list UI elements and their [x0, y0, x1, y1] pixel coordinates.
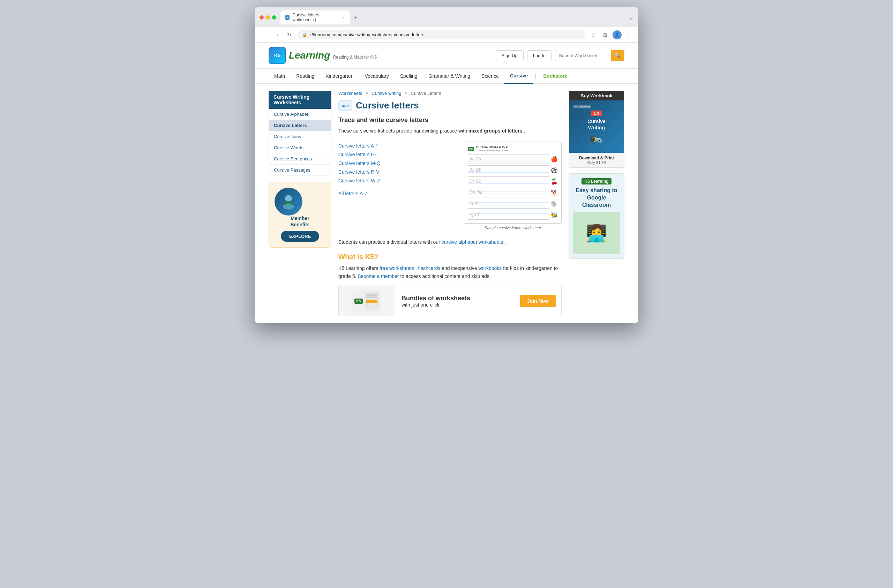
breadcrumb-worksheets[interactable]: Worksheets: [338, 91, 362, 96]
worksheet-row: Ee Ee 🐘: [468, 199, 558, 209]
tab-close-button[interactable]: ×: [341, 15, 345, 20]
nav-item-spelling[interactable]: Spelling: [394, 69, 423, 83]
active-tab[interactable]: K Cursive letters worksheets | ×: [280, 11, 350, 24]
nav-item-kindergarten[interactable]: Kindergarten: [320, 69, 359, 83]
worksheet-row: Aa Aa 🍎: [468, 154, 558, 164]
workbook-grade: 1-3: [591, 111, 602, 116]
cursive-line-e: Ee Ee: [468, 199, 549, 209]
breadcrumb-cursive-writing[interactable]: Cursive writing: [371, 91, 401, 96]
search-input[interactable]: [555, 51, 611, 61]
nav-item-science[interactable]: Science: [476, 69, 504, 83]
traffic-lights: [260, 15, 276, 20]
extension-icon[interactable]: ⊞: [601, 30, 610, 39]
row-icon-d: 🐕: [551, 189, 558, 196]
ad-k5-logo: K5: [352, 289, 382, 313]
breadcrumb-current: Cursive Letters: [410, 91, 441, 96]
worksheet-row: Cc Cc 🍒: [468, 176, 558, 186]
right-ad: K5 Learning Easy sharing to Google Class…: [568, 173, 624, 259]
nav-item-vocabulary[interactable]: Vocabulary: [359, 69, 394, 83]
worksheet-links-list: Cursive letters A-F Cursive letters G-L …: [338, 141, 454, 230]
worksheet-subtitle-small: Trace and write the letters.: [476, 149, 509, 152]
minimize-window-button[interactable]: [266, 15, 270, 20]
lock-icon: 🔒: [302, 32, 307, 37]
k5-small-logo: K5: [468, 147, 474, 151]
ad-image-area: K5: [339, 286, 394, 316]
workbook-price-detail: Only $1.79: [572, 161, 621, 165]
explore-button[interactable]: EXPLORE: [281, 231, 319, 242]
sidebar-item-letters[interactable]: Cursive Letters: [269, 120, 331, 131]
page-title: Cursive letters: [356, 100, 419, 111]
link-gl[interactable]: Cursive letters G-L: [338, 150, 454, 159]
refresh-button[interactable]: ↻: [285, 30, 294, 39]
main-content: Worksheets > Cursive writing > Cursive L…: [338, 91, 562, 316]
free-worksheets-link[interactable]: free worksheets: [380, 265, 414, 271]
forward-button[interactable]: →: [272, 30, 281, 39]
ad-title: Bundles of worksheets: [401, 295, 513, 302]
row-icon-a: 🍎: [551, 156, 558, 162]
worksheet-row: Dd Dd 🐕: [468, 188, 558, 197]
section-title: Trace and write cursive letters: [338, 116, 562, 124]
new-tab-button[interactable]: +: [352, 13, 360, 22]
sidebar-item-sentences[interactable]: Cursive Sentences: [269, 153, 331, 165]
signup-button[interactable]: Sign Up: [496, 50, 523, 61]
nav-item-grammar[interactable]: Grammar & Writing: [423, 69, 476, 83]
sample-worksheet-area: K5 Cursive letters A to F Trace and writ…: [464, 141, 562, 230]
nav-item-reading[interactable]: Reading: [290, 69, 320, 83]
sample-caption: Sample cursive letters worksheet: [464, 226, 562, 230]
nav-divider: |: [533, 73, 538, 79]
nav-item-bookstore[interactable]: Bookstore: [538, 69, 573, 83]
search-button[interactable]: 🔍: [611, 50, 624, 61]
what-k5-title: What is K5?: [338, 253, 562, 261]
workbooks-link[interactable]: workbooks: [478, 265, 502, 271]
back-button[interactable]: ←: [260, 30, 269, 39]
abc-icon: abc: [338, 101, 352, 111]
workbook-box: Buy Workbook K5 Learning 1-3 CursiveWrit…: [568, 91, 624, 168]
page: K5 Learning Reading & Math for K-5 Sign …: [255, 42, 638, 323]
row-icon-c: 🍒: [551, 178, 558, 185]
site-header: K5 Learning Reading & Math for K-5 Sign …: [255, 42, 638, 69]
cursive-line-d: Dd Dd: [468, 188, 549, 197]
menu-button[interactable]: ⋮: [624, 30, 633, 39]
member-icon: [275, 188, 302, 215]
sidebar-item-joins[interactable]: Cursive Joins: [269, 131, 331, 142]
tab-favicon: K: [285, 15, 290, 20]
title-bar: K Cursive letters worksheets | × + ⌄: [255, 7, 638, 27]
url-bar[interactable]: 🔒 k5learning.com/cursive-writing-workshe…: [297, 30, 585, 39]
search-bar: 🔍: [555, 50, 624, 61]
link-wz[interactable]: Cursive letters W-Z: [338, 176, 454, 185]
sidebar-item-alphabet[interactable]: Cursive Alphabet: [269, 109, 331, 120]
link-af[interactable]: Cursive letters A-F: [338, 141, 454, 150]
become-member-link[interactable]: Become a member: [358, 274, 399, 279]
tab-list-button[interactable]: ⌄: [629, 14, 633, 21]
worksheet-row: Bb Bb ⚽: [468, 165, 558, 175]
sidebar-item-words[interactable]: Cursive Words: [269, 142, 331, 153]
what-is-k5-section: What is K5? K5 Learning offers free work…: [338, 253, 562, 280]
address-actions: ☆ ⊞ 👤 ⋮: [589, 30, 633, 39]
link-all-letters[interactable]: All letters A-Z: [338, 189, 454, 198]
maximize-window-button[interactable]: [272, 15, 276, 20]
left-sidebar: Cursive WritingWorksheets Cursive Alphab…: [269, 91, 331, 316]
member-label-top: Member: [275, 215, 325, 221]
header-actions: Sign Up Log In 🔍: [496, 50, 624, 61]
bookmark-icon[interactable]: ☆: [589, 30, 598, 39]
join-now-button[interactable]: Join Now: [520, 295, 556, 307]
sidebar-item-passages[interactable]: Cursive Passages: [269, 165, 331, 176]
what-k5-text: K5 Learning offers free worksheets , fla…: [338, 264, 562, 280]
flashcards-link[interactable]: flashcards: [418, 265, 440, 271]
member-benefits-box: Member Benefits EXPLORE: [269, 182, 331, 248]
link-rv[interactable]: Cursive letters R-V: [338, 168, 454, 176]
sidebar-title: Cursive WritingWorksheets: [269, 91, 331, 109]
close-window-button[interactable]: [260, 15, 264, 20]
nav-item-math[interactable]: Math: [269, 69, 290, 83]
link-mq[interactable]: Cursive letters M-Q: [338, 159, 454, 168]
nav-item-cursive[interactable]: Cursive: [504, 69, 533, 84]
k5-logo-icon: K5: [269, 47, 286, 64]
site-nav: Math Reading Kindergarten Vocabulary Spe…: [255, 69, 638, 84]
right-ad-logo: K5 Learning: [573, 178, 620, 184]
login-button[interactable]: Log In: [527, 50, 552, 61]
profile-button[interactable]: 👤: [613, 30, 622, 39]
right-ad-title: Easy sharing to Google Classroom: [573, 187, 620, 209]
workbook-header: Buy Workbook: [569, 91, 624, 101]
cursive-alphabet-link[interactable]: cursive alphabet worksheets: [442, 239, 504, 245]
svg-point-0: [285, 195, 292, 202]
